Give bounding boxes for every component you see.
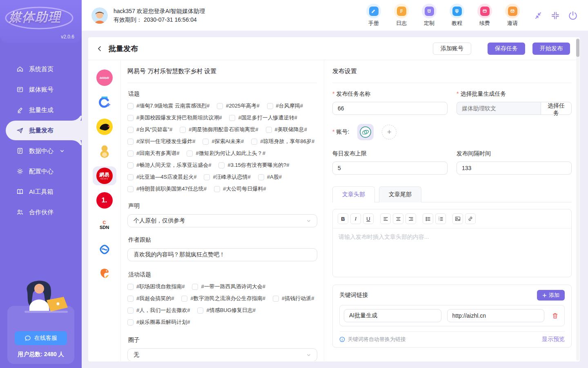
topic-checkbox-item[interactable]: #美联储降息#: [266, 126, 307, 133]
interval-input[interactable]: [457, 162, 572, 175]
checkbox[interactable]: [197, 307, 203, 314]
checkbox[interactable]: [251, 139, 257, 145]
checkbox[interactable]: [192, 284, 198, 290]
topic-checkbox-item[interactable]: #台风“贝碧嘉”#: [127, 126, 172, 133]
checkbox[interactable]: [187, 150, 193, 157]
topic-checkbox-item[interactable]: #大公司每日爆料#: [214, 185, 266, 193]
checkbox[interactable]: [181, 296, 187, 302]
sidebar-item-batch-generate[interactable]: 批量生成: [0, 100, 82, 120]
activity-topic-checkbox-item[interactable]: #人，我们一起去撒欢#: [127, 307, 190, 314]
checkbox[interactable]: [266, 127, 272, 133]
platform-qq-penguin[interactable]: [93, 142, 116, 161]
quick-action-tutorials[interactable]: 教程: [448, 4, 466, 27]
show-preview-link[interactable]: 显示预览: [542, 336, 565, 343]
sidebar-item-home[interactable]: 系统首页: [0, 59, 82, 79]
batch-task-input[interactable]: [457, 102, 541, 115]
checkbox[interactable]: [204, 174, 210, 180]
italic-button[interactable]: I: [350, 213, 361, 224]
statement-select[interactable]: 个人原创，仅供参考: [127, 214, 317, 227]
align-right-button[interactable]: [405, 213, 416, 224]
author-reply-input[interactable]: [127, 248, 317, 261]
checkbox[interactable]: [127, 319, 134, 325]
platform-yidianzixun[interactable]: 1.: [93, 191, 116, 210]
platform-csdn[interactable]: CSDN: [93, 215, 116, 234]
start-publish-button[interactable]: 开始发布: [532, 43, 570, 55]
checkbox[interactable]: [127, 127, 134, 133]
scrollbar-thumb[interactable]: [576, 39, 579, 57]
topic-checkbox-item[interactable]: #3.15你有没有要曝光的?#: [218, 162, 289, 169]
topic-checkbox-item[interactable]: #特朗普就职美国第47任总统#: [127, 185, 207, 193]
quick-action-logs[interactable]: 日志: [392, 4, 411, 27]
task-name-input[interactable]: [332, 102, 448, 115]
checkbox[interactable]: [127, 115, 134, 121]
activity-topic-checkbox-item[interactable]: #搞钱行动派#: [273, 295, 314, 302]
topic-checkbox-item[interactable]: #周星驰御用配音石班瑜离世#: [180, 126, 258, 133]
checkbox[interactable]: [258, 174, 264, 180]
keyword-url-input[interactable]: [447, 309, 545, 322]
quick-action-manual[interactable]: 手册: [364, 4, 383, 27]
select-task-button[interactable]: 选择任务: [541, 102, 572, 115]
checkbox[interactable]: [180, 127, 186, 133]
checkbox[interactable]: [127, 139, 134, 145]
keyword-input[interactable]: [344, 309, 441, 322]
checkbox[interactable]: [127, 162, 134, 168]
numbered-list-button[interactable]: [435, 213, 446, 224]
platform-blue-knot[interactable]: [93, 240, 116, 259]
sidebar-item-media-accounts[interactable]: 媒体账号: [0, 80, 82, 99]
checkbox[interactable]: [127, 284, 134, 290]
checkbox[interactable]: [267, 103, 273, 109]
insert-image-button[interactable]: [452, 213, 463, 224]
insert-link-button[interactable]: [465, 213, 476, 224]
topic-checkbox-item[interactable]: #国足多打一人惨遭逆转#: [229, 114, 297, 121]
activity-topic-checkbox-item[interactable]: #情感BUG修复日志#: [197, 307, 256, 314]
checkbox[interactable]: [127, 296, 134, 302]
quick-action-renew[interactable]: 续费: [475, 4, 494, 27]
checkbox[interactable]: [229, 115, 235, 121]
tab-article-header[interactable]: 文章头部: [332, 186, 375, 202]
underline-button[interactable]: U: [363, 213, 374, 224]
delete-keyword-button[interactable]: [550, 312, 560, 319]
topic-checkbox-item[interactable]: #台风摩羯#: [267, 102, 303, 110]
circle-select[interactable]: 无: [127, 348, 317, 361]
bold-button[interactable]: B: [338, 213, 348, 224]
checkbox[interactable]: [127, 150, 134, 157]
topic-checkbox-item[interactable]: #美国校园爆发支持巴勒斯坦抗议潮#: [127, 114, 222, 121]
checkbox[interactable]: [203, 139, 209, 145]
checkbox[interactable]: [127, 307, 134, 314]
sidebar-item-ai-toolbox[interactable]: AI工具箱: [0, 182, 82, 202]
bullet-list-button[interactable]: [423, 213, 433, 224]
power-icon[interactable]: [568, 10, 578, 21]
topic-checkbox-item[interactable]: #比亚迪—4S店凌晨起火#: [127, 173, 196, 181]
sidebar-item-partners[interactable]: 合作伙伴: [0, 202, 82, 222]
online-support-button[interactable]: 在线客服: [15, 331, 67, 345]
align-center-button[interactable]: [393, 213, 403, 224]
keyword-add-button[interactable]: 添加: [537, 290, 565, 301]
activity-topic-checkbox-item[interactable]: #我超会搞笑的#: [127, 295, 174, 302]
topic-checkbox-item[interactable]: #深圳一住宅楼发生爆炸#: [127, 138, 195, 145]
quick-action-custom[interactable]: 定制: [420, 4, 439, 27]
topic-checkbox-item[interactable]: #2025年高考#: [217, 102, 259, 110]
checkbox[interactable]: [127, 174, 134, 180]
collapse-panels-icon[interactable]: [550, 11, 560, 20]
scrollbar-track[interactable]: [576, 38, 579, 361]
checkbox[interactable]: [218, 162, 225, 168]
topic-checkbox-item[interactable]: #畅游人间天堂，乐享亚运盛会#: [127, 162, 211, 169]
topic-checkbox-item[interactable]: #缅甸7.9级地震 云南震感强烈#: [127, 102, 209, 110]
checkbox[interactable]: [127, 186, 134, 192]
sidebar-item-data-center[interactable]: 数据中心: [0, 141, 82, 161]
platform-sohu-fox[interactable]: [93, 117, 116, 136]
account-avatar[interactable]: [357, 124, 374, 140]
shrink-window-icon[interactable]: [533, 11, 543, 20]
activity-topic-checkbox-item[interactable]: #一带一路西凤酒诗词大会#: [192, 283, 265, 290]
save-task-button[interactable]: 保存任务: [488, 43, 525, 55]
activity-topic-checkbox-item[interactable]: #数字游民之流浪办公生存指南#: [181, 295, 265, 302]
platform-bilibili[interactable]: bilibili: [93, 68, 116, 87]
activity-topic-checkbox-item[interactable]: #娱乐圈幕后解码计划#: [127, 319, 190, 326]
topic-checkbox-item[interactable]: #微短剧为何让人如此上头？#: [187, 150, 265, 157]
topic-checkbox-item[interactable]: #回南天有多离谱#: [127, 150, 179, 157]
activity-topic-checkbox-item[interactable]: #职场困境自救指南#: [127, 283, 185, 290]
daily-limit-input[interactable]: [332, 162, 448, 175]
platform-dayu-fish[interactable]: [93, 265, 116, 283]
platform-netease-selected[interactable]: 網易NEWS: [93, 166, 116, 185]
sidebar-item-config-center[interactable]: 配置中心: [0, 162, 82, 181]
